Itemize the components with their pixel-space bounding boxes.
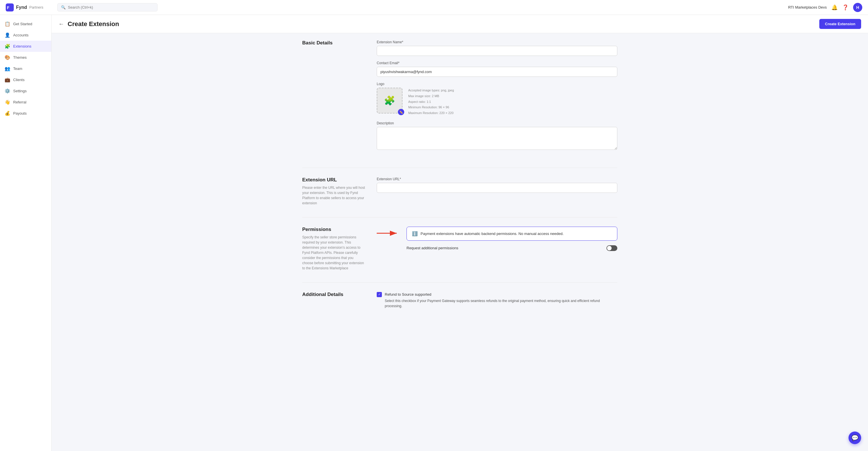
info-icon: ℹ️ bbox=[412, 231, 418, 236]
sidebar-item-extensions[interactable]: 🧩 Extensions bbox=[0, 41, 51, 52]
sidebar-label-team: Team bbox=[13, 66, 22, 71]
description-textarea[interactable] bbox=[377, 127, 617, 150]
logo-placeholder-icon: 🧩 bbox=[384, 95, 395, 106]
permissions-left: Permissions Specify the seller store per… bbox=[302, 227, 365, 271]
chat-widget[interactable]: 💬 bbox=[848, 431, 861, 444]
basic-details-title: Basic Details bbox=[302, 40, 365, 46]
team-icon: 👥 bbox=[5, 66, 10, 71]
search-input[interactable] bbox=[68, 5, 154, 9]
checkbox-desc: Select this checkbox if your Payment Gat… bbox=[385, 298, 617, 309]
toggle-row: Request additional permissions bbox=[406, 245, 617, 251]
page-title: Create Extension bbox=[68, 20, 119, 28]
top-navigation: F Fynd Partners 🔍 RTI Marketplaces Devs … bbox=[0, 0, 868, 15]
logo-hint-4: Minimum Resolution: 96 × 96 bbox=[408, 104, 454, 110]
get-started-icon: 📋 bbox=[5, 21, 10, 27]
divider-1 bbox=[302, 168, 617, 168]
chat-icon: 💬 bbox=[851, 434, 859, 441]
basic-details-section: Basic Details Extension Name* Contact Em… bbox=[302, 40, 617, 156]
extensions-icon: 🧩 bbox=[5, 43, 10, 49]
additional-details-left: Additional Details bbox=[302, 292, 365, 309]
svg-text:F: F bbox=[7, 5, 9, 10]
extension-url-left: Extension URL Please enter the URL where… bbox=[302, 177, 365, 206]
sidebar-item-accounts[interactable]: 👤 Accounts bbox=[0, 30, 51, 41]
create-extension-button[interactable]: Create Extension bbox=[819, 19, 861, 29]
logo-hint-2: Max image size: 2 MB bbox=[408, 93, 454, 99]
extension-url-input[interactable] bbox=[377, 183, 617, 193]
sidebar-item-themes[interactable]: 🎨 Themes bbox=[0, 52, 51, 63]
additional-details-title: Additional Details bbox=[302, 292, 365, 297]
sidebar-label-payouts: Payouts bbox=[13, 111, 27, 116]
sidebar-item-referral[interactable]: 👋 Referral bbox=[0, 96, 51, 108]
checkbox-check-icon: ✓ bbox=[378, 293, 381, 296]
logo-upload-box[interactable]: 🧩 ✏️ bbox=[377, 88, 402, 114]
extension-url-label: Extension URL* bbox=[377, 177, 617, 181]
logo-hints: Accepted image types: png, jpeg Max imag… bbox=[408, 88, 454, 116]
fynd-logo-icon: F bbox=[6, 3, 14, 11]
additional-details-section: Additional Details ✓ Refund to Source su… bbox=[302, 292, 617, 309]
refund-checkbox-row: ✓ Refund to Source supported Select this… bbox=[377, 292, 617, 309]
permissions-right: ℹ️ Payment extensions have automatic bac… bbox=[377, 227, 617, 271]
nav-right: RTI Marketplaces Devs 🔔 ❓ H bbox=[788, 3, 862, 12]
permissions-title: Permissions bbox=[302, 227, 365, 232]
contact-email-input[interactable] bbox=[377, 67, 617, 77]
main-layout: 📋 Get Started 👤 Accounts 🧩 Extensions 🎨 … bbox=[0, 15, 868, 451]
logo-hint-1: Accepted image types: png, jpeg bbox=[408, 88, 454, 93]
extension-url-desc: Please enter the URL where you will host… bbox=[302, 185, 365, 206]
clients-icon: 💼 bbox=[5, 77, 10, 83]
permissions-banner: ℹ️ Payment extensions have automatic bac… bbox=[406, 227, 617, 241]
refund-checkbox[interactable]: ✓ bbox=[377, 292, 382, 297]
extension-name-group: Extension Name* bbox=[377, 40, 617, 56]
partners-text: Partners bbox=[29, 5, 43, 9]
checkbox-text-block: Refund to Source supported Select this c… bbox=[385, 292, 617, 309]
page-header-left: ← Create Extension bbox=[58, 20, 119, 28]
extension-url-section: Extension URL Please enter the URL where… bbox=[302, 177, 617, 206]
toggle-knob bbox=[607, 246, 612, 250]
avatar[interactable]: H bbox=[853, 3, 862, 12]
back-button[interactable]: ← bbox=[58, 21, 64, 27]
additional-details-right: ✓ Refund to Source supported Select this… bbox=[377, 292, 617, 309]
notifications-button[interactable]: 🔔 bbox=[831, 4, 838, 10]
content-area: ← Create Extension Create Extension Basi… bbox=[52, 15, 868, 451]
sidebar-label-clients: Clients bbox=[13, 78, 25, 82]
description-group: Description bbox=[377, 121, 617, 151]
extension-url-right: Extension URL* bbox=[377, 177, 617, 206]
search-icon: 🔍 bbox=[61, 5, 66, 9]
divider-3 bbox=[302, 282, 617, 282]
extension-name-input[interactable] bbox=[377, 46, 617, 56]
search-bar[interactable]: 🔍 bbox=[57, 3, 158, 11]
logo-area: F Fynd Partners bbox=[6, 3, 52, 11]
sidebar-item-payouts[interactable]: 💰 Payouts bbox=[0, 108, 51, 119]
sidebar-label-get-started: Get Started bbox=[13, 22, 32, 26]
company-name: RTI Marketplaces Devs bbox=[788, 5, 827, 9]
divider-2 bbox=[302, 217, 617, 217]
referral-icon: 👋 bbox=[5, 99, 10, 105]
permissions-toggle[interactable] bbox=[607, 245, 617, 251]
sidebar-item-settings[interactable]: ⚙️ Settings bbox=[0, 85, 51, 96]
logo-upload-row: 🧩 ✏️ Accepted image types: png, jpeg Max… bbox=[377, 88, 617, 116]
permissions-banner-text: Payment extensions have automatic backen… bbox=[421, 232, 563, 236]
basic-details-right: Extension Name* Contact Email* Logo bbox=[377, 40, 617, 156]
sidebar-label-settings: Settings bbox=[13, 89, 27, 93]
logo-edit-button[interactable]: ✏️ bbox=[398, 109, 404, 115]
sidebar-item-clients[interactable]: 💼 Clients bbox=[0, 74, 51, 85]
help-button[interactable]: ❓ bbox=[842, 4, 848, 10]
logo-text: Fynd bbox=[16, 5, 27, 10]
sidebar-item-get-started[interactable]: 📋 Get Started bbox=[0, 18, 51, 30]
logo-group: Logo 🧩 ✏️ Accepted image types: png, jpe… bbox=[377, 82, 617, 116]
extension-url-title: Extension URL bbox=[302, 177, 365, 183]
description-label: Description bbox=[377, 121, 617, 125]
page-header: ← Create Extension Create Extension bbox=[52, 15, 868, 33]
logo-hint-3: Aspect ratio: 1:1 bbox=[408, 99, 454, 105]
sidebar-item-team[interactable]: 👥 Team bbox=[0, 63, 51, 74]
extension-name-label: Extension Name* bbox=[377, 40, 617, 44]
basic-details-left: Basic Details bbox=[302, 40, 365, 156]
permissions-fields: ℹ️ Payment extensions have automatic bac… bbox=[406, 227, 617, 251]
themes-icon: 🎨 bbox=[5, 55, 10, 60]
logo-hint-5: Maximum Resolution: 220 × 220 bbox=[408, 110, 454, 116]
permissions-section: Permissions Specify the seller store per… bbox=[302, 227, 617, 271]
accounts-icon: 👤 bbox=[5, 32, 10, 38]
settings-icon: ⚙️ bbox=[5, 88, 10, 94]
form-container: Basic Details Extension Name* Contact Em… bbox=[302, 40, 617, 309]
arrow-container bbox=[377, 227, 400, 238]
permissions-content: ℹ️ Payment extensions have automatic bac… bbox=[377, 227, 617, 251]
